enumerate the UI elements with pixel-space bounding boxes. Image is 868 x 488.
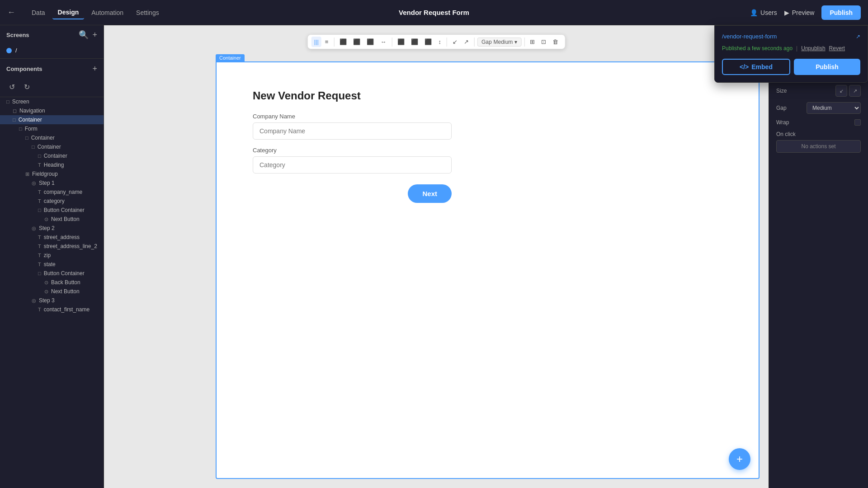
embed-code-icon: </>	[740, 63, 749, 70]
status-separator: |	[796, 45, 797, 52]
tree-label-container3: Container	[38, 144, 61, 150]
toolbar-copy-btn[interactable]: ⊡	[538, 37, 549, 47]
screen-item-root[interactable]: /	[0, 44, 104, 56]
tree-item-step2[interactable]: ◎ Step 2	[0, 224, 104, 233]
no-actions-button[interactable]: No actions set	[776, 140, 861, 153]
toolbar-valign-mid-btn[interactable]: ⬛	[408, 37, 421, 47]
users-button[interactable]: 👤 Users	[750, 9, 777, 16]
redo-button[interactable]: ↻	[21, 81, 33, 93]
on-click-row: On click	[776, 128, 861, 140]
container-tree-icon: □	[13, 117, 16, 122]
tree-item-next-button-1[interactable]: ⊙ Next Button	[0, 215, 104, 224]
next-btn2-tree-icon: ⊙	[44, 289, 48, 295]
toolbar-sep-2	[392, 38, 392, 47]
company-name-field-group: Company Name	[253, 113, 722, 140]
nav-tab-design[interactable]: Design	[52, 6, 85, 19]
add-component-button[interactable]: +	[92, 64, 97, 74]
company-name-label: Company Name	[253, 113, 722, 120]
tree-item-step3[interactable]: ◎ Step 3	[0, 296, 104, 305]
tree-label-screen: Screen	[12, 99, 29, 105]
toolbar-delete-btn[interactable]: 🗑	[550, 37, 561, 47]
search-screens-button[interactable]: 🔍	[79, 30, 89, 40]
tree-item-heading[interactable]: T Heading	[0, 160, 104, 169]
size-shrink-btn[interactable]: ↙	[835, 85, 847, 97]
toolbar-valign-bot-btn[interactable]: ⬛	[422, 37, 434, 47]
nav-publish-button[interactable]: Publish	[821, 5, 861, 20]
tree-item-contact-first-name[interactable]: T contact_first_name	[0, 305, 104, 314]
tree-label-company-name: company_name	[44, 189, 82, 195]
tree-item-container-4[interactable]: □ Container	[0, 151, 104, 160]
tree-label-form: Form	[25, 126, 38, 132]
tree-item-button-container-1[interactable]: □ Button Container	[0, 206, 104, 215]
btn-container2-tree-icon: □	[38, 271, 41, 276]
tree-item-state[interactable]: T state	[0, 260, 104, 269]
toolbar-valign-stretch-btn[interactable]: ↕	[435, 37, 444, 47]
tree-item-company-name[interactable]: T company_name	[0, 188, 104, 197]
screen-tree-icon: □	[6, 99, 9, 104]
screen-active-dot	[6, 48, 12, 53]
tree-label-back-button: Back Button	[51, 279, 80, 286]
toolbar-gap-select[interactable]: Gap Medium ▾	[477, 38, 521, 47]
toolbar-shrink-btn[interactable]: ↙	[450, 37, 460, 47]
nav-tab-automation[interactable]: Automation	[86, 6, 129, 19]
tree-item-zip[interactable]: T zip	[0, 251, 104, 260]
tree-item-container[interactable]: □ Container	[0, 115, 104, 124]
toolbar-align-left-btn[interactable]: ⬛	[337, 37, 349, 47]
gap-value: Medium	[494, 39, 513, 45]
toolbar-grid-btn[interactable]: ⊞	[527, 37, 538, 47]
publish-popup: /vendor-request-form ↗ Published a few s…	[714, 25, 868, 83]
category-input[interactable]	[253, 156, 452, 174]
tree-item-navigation[interactable]: ◻ Navigation	[0, 106, 104, 115]
toolbar-rows-btn[interactable]: ≡	[322, 37, 331, 47]
tree-item-form[interactable]: □ Form	[0, 124, 104, 133]
popup-publish-button[interactable]: Publish	[794, 59, 860, 75]
components-header: Components +	[0, 61, 104, 77]
edit-toolbar: ↺ ↻	[0, 77, 104, 97]
toolbar-columns-btn[interactable]: |||	[311, 37, 321, 47]
tree-label-button-container-2: Button Container	[44, 270, 85, 277]
embed-button[interactable]: </> Embed	[722, 59, 790, 75]
add-screen-button[interactable]: +	[92, 30, 97, 40]
tree-label-step2: Step 2	[39, 225, 55, 231]
nav-tab-data[interactable]: Data	[26, 6, 51, 19]
gap-select[interactable]: Medium	[807, 102, 861, 114]
top-nav-right: 👤 Users ▶ Preview Publish	[750, 5, 861, 20]
tree-item-fieldgroup[interactable]: ⊞ Fieldgroup	[0, 169, 104, 178]
tree-label-zip: zip	[44, 252, 51, 258]
unpublish-link[interactable]: Unpublish	[801, 45, 825, 52]
nav-tab-settings[interactable]: Settings	[131, 6, 165, 19]
toolbar-align-center-btn[interactable]: ⬛	[350, 37, 363, 47]
tree-item-street-address-2[interactable]: T street_address_line_2	[0, 242, 104, 251]
wrap-checkbox[interactable]	[854, 119, 861, 126]
publish-status-text: Published a few seconds ago	[722, 45, 793, 52]
tree-item-step1[interactable]: ◎ Step 1	[0, 178, 104, 188]
preview-button[interactable]: ▶ Preview	[784, 9, 815, 16]
nav-tabs: Data Design Automation Settings	[26, 6, 165, 19]
tree-item-next-button-2[interactable]: ⊙ Next Button	[0, 287, 104, 296]
tree-item-container-3[interactable]: □ Container	[0, 142, 104, 151]
tree-item-container-2[interactable]: □ Container	[0, 133, 104, 142]
undo-button[interactable]: ↺	[6, 81, 18, 93]
canvas-area: ||| ≡ ⬛ ⬛ ⬛ ↔ ⬛ ⬛ ⬛ ↕ ↙ ↗ Gap Medium ▾ ⊞…	[104, 25, 769, 488]
zip-tree-icon: T	[38, 253, 41, 258]
back-button[interactable]: ←	[7, 8, 15, 17]
tree-item-street-address[interactable]: T street_address	[0, 233, 104, 242]
next-button[interactable]: Next	[408, 184, 452, 203]
tree-item-back-button[interactable]: ⊙ Back Button	[0, 278, 104, 287]
tree-item-screen[interactable]: □ Screen	[0, 97, 104, 106]
tree-label-container2: Container	[31, 135, 55, 141]
toolbar-valign-top-btn[interactable]: ⬛	[395, 37, 407, 47]
tree-label-container: Container	[19, 117, 42, 123]
tree-label-container4: Container	[44, 153, 67, 159]
tree-item-category[interactable]: T category	[0, 197, 104, 206]
size-expand-btn[interactable]: ↗	[849, 85, 861, 97]
toolbar-align-right-btn[interactable]: ⬛	[364, 37, 377, 47]
fab-add-button[interactable]: +	[729, 448, 750, 470]
revert-link[interactable]: Revert	[829, 45, 845, 52]
toolbar-expand-btn[interactable]: ↗	[461, 37, 472, 47]
company-name-input[interactable]	[253, 122, 452, 140]
publish-url-text: /vendor-request-form	[722, 33, 777, 40]
toolbar-stretch-btn[interactable]: ↔	[377, 37, 389, 47]
left-sidebar: Screens 🔍 + / Components + ↺ ↻ □ Screen	[0, 25, 104, 488]
tree-item-button-container-2[interactable]: □ Button Container	[0, 269, 104, 278]
